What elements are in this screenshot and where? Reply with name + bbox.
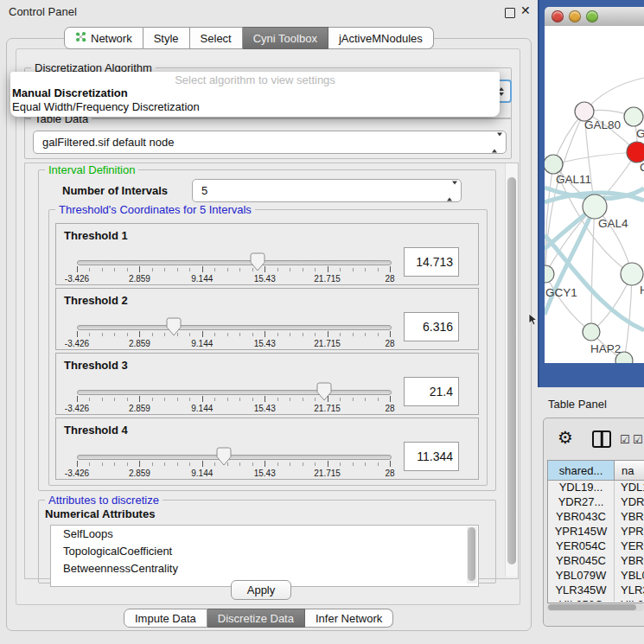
slider-track[interactable] <box>77 455 392 460</box>
app-root: Control Panel ✕ NetworkStyleSelectCyni T… <box>0 0 644 644</box>
float-window-icon[interactable] <box>505 8 515 18</box>
table-row[interactable]: YDR27...YDR2 <box>548 495 644 510</box>
slider-tick-label: 9.144 <box>182 339 223 348</box>
table-cell: YIL052C <box>548 598 615 602</box>
table-row[interactable]: YBR043CYBR0 <box>548 510 644 525</box>
network-node-gal4[interactable] <box>583 194 607 219</box>
table-cell: YDL19... <box>548 481 615 495</box>
tab-infer-network[interactable]: Infer Network <box>305 609 393 628</box>
network-node-gcy1[interactable] <box>545 265 554 283</box>
slider-tick <box>89 462 90 466</box>
dropdown-header: Select algorithm to view settings <box>10 73 500 86</box>
slider-tick <box>303 462 303 466</box>
tab-cyni-toolbox[interactable]: Cyni Toolbox <box>243 27 328 49</box>
apply-button[interactable]: Apply <box>231 580 291 600</box>
scrollbar-thumb[interactable] <box>468 527 475 581</box>
attribute-item-topologicalcoefficient[interactable]: TopologicalCoefficient <box>51 543 478 560</box>
slider-tick <box>139 331 140 337</box>
tab-discretize-data[interactable]: Discretize Data <box>207 609 305 628</box>
threshold-label: Threshold 3 <box>64 359 128 372</box>
checkbox-icon[interactable]: ☑ <box>620 433 630 446</box>
slider-thumb[interactable] <box>316 382 332 401</box>
network-node-hap2[interactable] <box>583 323 600 341</box>
node-label-gal80: GAL80 <box>584 118 621 131</box>
slider-track[interactable] <box>77 260 392 265</box>
column-header-shared[interactable]: shared... <box>548 461 615 480</box>
slider-thumb[interactable] <box>166 317 182 336</box>
table-row[interactable]: YER054CYER0 <box>548 539 644 554</box>
node-attribute-table: shared...na YDL19...YDL1YDR27...YDR2YBR0… <box>547 460 644 603</box>
tab-style[interactable]: Style <box>143 27 190 49</box>
threshold-value-field[interactable]: 14.713 <box>404 247 459 277</box>
gear-icon[interactable]: ⚙ <box>558 427 573 448</box>
threshold-value-field[interactable]: 11.344 <box>404 442 459 471</box>
table-row[interactable]: YPR145WYPR1 <box>548 525 644 539</box>
threshold-value-field[interactable]: 21.4 <box>404 377 459 406</box>
tab-network[interactable]: Network <box>64 27 143 49</box>
number-of-intervals-label: Number of Intervals <box>62 184 168 197</box>
table-row[interactable]: YBL079WYBL0 <box>548 569 644 583</box>
slider-tick <box>239 333 240 336</box>
tab-impute-data[interactable]: Impute Data <box>124 609 207 628</box>
column-header-na[interactable]: na <box>615 461 644 480</box>
node-label-c: C <box>640 161 644 174</box>
network-node-node[interactable] <box>621 263 643 285</box>
slider-tick <box>102 268 103 271</box>
slider-tick <box>290 333 290 336</box>
tab-label: Discretize Data <box>218 612 294 625</box>
slider-thumb[interactable] <box>216 447 232 466</box>
tab-label: Cyni Toolbox <box>253 32 317 45</box>
slider-tick <box>114 462 115 466</box>
slider-track[interactable] <box>77 390 392 395</box>
table-row[interactable]: YIL052CYIL0 <box>548 598 644 602</box>
scrollbar-thumb[interactable] <box>507 177 516 564</box>
tab-jactivemnodules[interactable]: jActiveMNodules <box>328 27 434 49</box>
table-data-combobox[interactable]: galFiltered.sif default node <box>33 131 507 154</box>
slider-tick-label: -3.426 <box>56 404 98 413</box>
network-window-titlebar[interactable] <box>545 7 644 27</box>
tab-label: jActiveMNodules <box>339 32 423 45</box>
checkbox-icon[interactable]: ☑ <box>633 433 643 446</box>
number-of-intervals-combobox[interactable]: 5 <box>192 179 462 202</box>
vertical-scrollbar[interactable] <box>505 163 518 577</box>
stepper-arrows-icon <box>447 184 457 197</box>
horizontal-scrollbar[interactable] <box>547 603 644 611</box>
threshold-value-field[interactable]: 6.316 <box>404 312 459 341</box>
stepper-arrows-icon <box>492 136 502 149</box>
slider-tick <box>227 333 228 336</box>
slider-tick <box>390 331 391 337</box>
slider-tick <box>164 398 165 401</box>
attribute-item-selfloops[interactable]: SelfLoops <box>51 526 478 543</box>
slider-tick <box>252 333 253 336</box>
network-icon <box>75 31 86 45</box>
close-icon[interactable]: ✕ <box>520 3 531 17</box>
number-of-intervals-value: 5 <box>201 180 207 201</box>
algorithm-option-manual-discretization[interactable]: Manual Discretization <box>10 86 500 100</box>
close-traffic-light-icon[interactable] <box>552 10 564 22</box>
attribute-item-betweennesscentrality[interactable]: BetweennessCentrality <box>51 560 478 577</box>
table-row[interactable]: YDL19...YDL1 <box>548 481 644 495</box>
slider-tick <box>164 333 165 336</box>
network-node-red-node[interactable] <box>627 142 644 163</box>
slider-tick <box>189 462 190 466</box>
network-node-gal11[interactable] <box>545 155 563 174</box>
list-scrollbar[interactable] <box>467 526 477 583</box>
slider-track[interactable] <box>77 325 392 330</box>
slider-tick <box>303 398 303 401</box>
tab-select[interactable]: Select <box>190 27 243 49</box>
network-canvas[interactable]: GAL80GACGAL11GAL4GCY1HHAP2 <box>545 26 644 363</box>
network-node-node[interactable] <box>624 107 643 126</box>
table-cell: YDR27... <box>548 495 615 510</box>
slider-tick <box>127 462 128 466</box>
zoom-traffic-light-icon[interactable] <box>586 10 598 22</box>
table-row[interactable]: YBR045CYBR0 <box>548 554 644 569</box>
algorithm-option-equal-width-frequency-discretization[interactable]: Equal Width/Frequency Discretization <box>10 100 500 114</box>
split-column-icon[interactable] <box>592 430 611 448</box>
network-edge <box>545 164 553 274</box>
scrollbar-thumb[interactable] <box>548 604 636 610</box>
minimize-traffic-light-icon[interactable] <box>569 10 581 22</box>
numerical-attributes-list[interactable]: SelfLoopsTopologicalCoefficientBetweenne… <box>50 525 479 587</box>
slider-tick <box>89 268 90 271</box>
table-row[interactable]: YLR345WYLR3 <box>548 583 644 598</box>
table-cell: YBL0 <box>615 569 644 583</box>
